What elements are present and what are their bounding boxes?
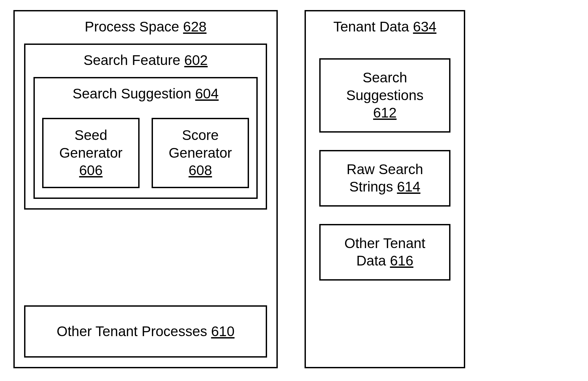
score-generator-box: Score Generator 608	[152, 118, 249, 188]
process-space-label: Process Space	[85, 19, 179, 34]
raw-search-strings-box: Raw Search Strings 614	[319, 150, 450, 207]
other-tenant-processes-ref: 610	[211, 323, 235, 339]
diagram-container: Process Space 628 Search Feature 602 Sea…	[0, 0, 588, 378]
raw-search-strings-ref: 614	[397, 179, 420, 195]
search-suggestion-box: Search Suggestion 604 Seed Generator 606…	[33, 77, 258, 199]
other-tenant-processes-label: Other Tenant Processes	[57, 323, 207, 339]
search-suggestion-ref: 604	[195, 86, 219, 101]
other-tenant-processes-box: Other Tenant Processes 610	[24, 305, 267, 358]
search-feature-label: Search Feature	[83, 52, 180, 68]
seed-generator-line1: Seed	[47, 127, 135, 144]
score-generator-line2: Generator	[156, 144, 244, 162]
score-generator-line1: Score	[156, 127, 244, 144]
raw-search-strings-line2: Strings	[349, 179, 393, 195]
score-generator-ref: 608	[156, 162, 244, 179]
process-space-title: Process Space 628	[24, 11, 267, 41]
tenant-data-box: Tenant Data 634 Search Suggestions 612 R…	[305, 10, 465, 368]
seed-generator-line2: Generator	[47, 144, 135, 162]
seed-generator-ref: 606	[47, 162, 135, 179]
generator-row: Seed Generator 606 Score Generator 608	[42, 118, 249, 188]
raw-search-strings-line1: Raw Search	[324, 161, 446, 178]
search-suggestion-title: Search Suggestion 604	[42, 78, 249, 108]
spacer	[24, 210, 267, 290]
other-tenant-data-line1: Other Tenant	[324, 235, 446, 252]
search-suggestion-label: Search Suggestion	[73, 86, 191, 101]
other-tenant-data-box: Other Tenant Data 616	[319, 224, 450, 281]
search-suggestions-line2: Suggestions	[324, 87, 446, 104]
tenant-data-ref: 634	[413, 19, 436, 34]
tenant-data-label: Tenant Data	[333, 19, 409, 34]
seed-generator-box: Seed Generator 606	[42, 118, 140, 188]
other-tenant-data-ref: 616	[390, 253, 413, 269]
tenant-data-title: Tenant Data 634	[319, 11, 450, 41]
search-feature-box: Search Feature 602 Search Suggestion 604…	[24, 44, 267, 210]
process-space-box: Process Space 628 Search Feature 602 Sea…	[13, 10, 278, 368]
process-space-ref: 628	[183, 19, 206, 34]
search-suggestions-ref: 612	[324, 104, 446, 122]
search-suggestions-box: Search Suggestions 612	[319, 58, 450, 133]
search-feature-title: Search Feature 602	[33, 45, 258, 74]
other-tenant-data-line2: Data	[356, 253, 386, 269]
search-suggestions-line1: Search	[324, 69, 446, 87]
search-feature-ref: 602	[184, 52, 208, 68]
